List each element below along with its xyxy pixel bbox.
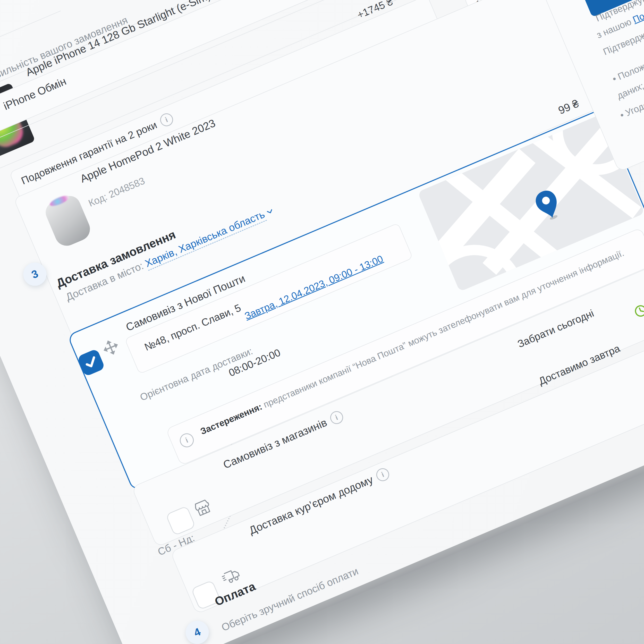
checkout-mockup-page: { "header_note": "Перевірте правильність… [0,0,644,644]
checkmark-icon [83,355,99,370]
rotated-checkout-sheet: Перевірте правильність вашого замовлення… [0,0,644,644]
step-3-number: 3 [30,267,40,281]
step-4-number: 4 [192,625,202,639]
